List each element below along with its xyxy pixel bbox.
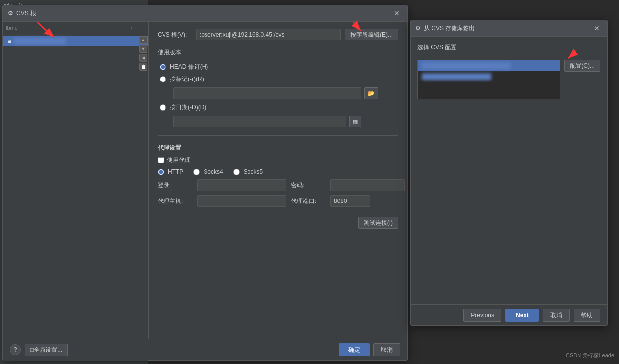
cancel-btn-main[interactable]: 取消 bbox=[373, 343, 400, 356]
version-section-title: 使用版本 bbox=[158, 48, 398, 57]
main-dialog-title-text: CVS 根 bbox=[16, 9, 36, 18]
http-row: HTTP bbox=[158, 168, 183, 175]
configure-btn[interactable]: 配置(C)... bbox=[564, 60, 600, 72]
next-btn[interactable]: Next bbox=[505, 309, 539, 322]
cancel-btn-checkout[interactable]: 取消 bbox=[543, 309, 570, 322]
checkout-footer: Previous Next 取消 帮助 bbox=[411, 304, 607, 325]
checkout-dialog-title-text: 从 CVS 存储库签出 bbox=[424, 24, 475, 33]
tree-item-blurred-label: :pserver:xu.........me bbox=[14, 38, 66, 44]
list-configure-row: ████████████████ me ████████████ 配置(C)..… bbox=[417, 60, 600, 99]
proxy-credentials-form: 登录: 密码: bbox=[158, 179, 398, 191]
help-btn-main[interactable]: ? bbox=[10, 344, 21, 355]
tree-content: 🖥 :pserver:xu.........me ▲ ▼ ◀ 📋 bbox=[3, 34, 148, 361]
use-proxy-label[interactable]: 使用代理 bbox=[167, 156, 191, 164]
proxy-host-input[interactable] bbox=[197, 195, 286, 207]
radio-head-label[interactable]: HEAD 修订(H) bbox=[170, 63, 208, 71]
proxy-section: 代理设置 使用代理 HTTP Socks4 bbox=[158, 144, 398, 207]
radio-group-version: HEAD 修订(H) 按标记(-r)(R) 📂 按日期(-D)(D) bbox=[158, 63, 398, 127]
checkout-icon: ⚙ bbox=[415, 25, 421, 32]
tree-header-icons: + − bbox=[127, 24, 145, 32]
content-panel: CVS 根(V): 按字段编辑(E)... 使用版本 HEAD 修订(H) 按标… bbox=[149, 22, 407, 361]
scroll-down-btn[interactable]: ▼ bbox=[139, 45, 147, 53]
cvs-root-row: CVS 根(V): 按字段编辑(E)... bbox=[158, 29, 398, 40]
main-dialog-body: lbme + − 🖥 :pserver:xu.........me ▲ ▼ ◀ … bbox=[3, 22, 407, 361]
socks4-row: Socks4 bbox=[193, 168, 223, 175]
tree-panel: lbme + − 🖥 :pserver:xu.........me ▲ ▼ ◀ … bbox=[3, 22, 149, 361]
test-conn-row: 测试连接(I) bbox=[158, 217, 398, 229]
select-cvs-label: 选择 CVS 配置 bbox=[417, 43, 600, 52]
password-label: 密码: bbox=[291, 181, 326, 190]
help-btn-checkout[interactable]: 帮助 bbox=[574, 309, 600, 322]
password-input[interactable] bbox=[330, 179, 405, 191]
cvs-checkout-dialog: ⚙ 从 CVS 存储库签出 ✕ 选择 CVS 配置 ██████████████… bbox=[410, 20, 608, 326]
radio-tag[interactable] bbox=[160, 76, 166, 82]
scroll-expand-btn[interactable]: ◀ bbox=[139, 54, 147, 62]
proxy-host-form: 代理主机: 代理端口: bbox=[158, 195, 398, 207]
section-divider bbox=[158, 135, 398, 136]
checkout-content-area bbox=[417, 104, 600, 295]
list-item-1-label: ████████████████ me bbox=[422, 62, 511, 69]
tree-remove-btn[interactable]: − bbox=[137, 24, 145, 32]
tree-scroll-buttons: ▲ ▼ ◀ 📋 bbox=[138, 34, 148, 73]
tag-input[interactable] bbox=[173, 87, 361, 99]
login-input[interactable] bbox=[197, 179, 286, 191]
use-proxy-checkbox[interactable] bbox=[158, 157, 164, 163]
radio-date-row: 按日期(-D)(D) bbox=[160, 103, 398, 112]
cvs-icon: ⚙ bbox=[8, 10, 13, 17]
radio-http-label[interactable]: HTTP bbox=[168, 168, 183, 175]
tag-browse-btn[interactable]: 📂 bbox=[364, 87, 378, 99]
radio-socks5-label[interactable]: Socks5 bbox=[244, 168, 263, 175]
proxy-section-title: 代理设置 bbox=[158, 144, 398, 152]
list-item-2[interactable]: ████████████ bbox=[418, 71, 560, 82]
checkout-body: 选择 CVS 配置 ████████████████ me ██████████… bbox=[411, 37, 607, 302]
proxy-type-group: HTTP Socks4 Socks5 bbox=[158, 168, 398, 175]
radio-socks5[interactable] bbox=[233, 169, 240, 175]
checkout-dialog-close[interactable]: ✕ bbox=[591, 23, 602, 33]
confirm-btn[interactable]: 确定 bbox=[339, 343, 370, 356]
calendar-btn[interactable]: ▦ bbox=[349, 116, 361, 127]
global-settings-btn[interactable]: □全局设置... bbox=[25, 344, 68, 356]
radio-tag-label[interactable]: 按标记(-r)(R) bbox=[170, 75, 204, 83]
radio-head-row: HEAD 修订(H) bbox=[160, 63, 398, 71]
footer-right: 确定 取消 bbox=[339, 343, 400, 356]
scroll-doc-btn[interactable]: 📋 bbox=[139, 63, 147, 71]
proxy-port-label: 代理端口: bbox=[291, 197, 326, 205]
socks5-row: Socks5 bbox=[233, 168, 263, 175]
cvs-list-box: ████████████████ me ████████████ bbox=[417, 60, 560, 99]
proxy-port-input[interactable] bbox=[330, 195, 370, 207]
tree-add-btn[interactable]: + bbox=[127, 24, 135, 32]
radio-date-label[interactable]: 按日期(-D)(D) bbox=[170, 103, 206, 112]
tree-header-label: lbme bbox=[6, 25, 18, 31]
list-item-1[interactable]: ████████████████ me bbox=[418, 60, 560, 71]
date-input-row: ▦ bbox=[160, 116, 398, 127]
radio-date[interactable] bbox=[160, 104, 166, 111]
checkout-dialog-title: ⚙ 从 CVS 存储库签出 bbox=[415, 24, 475, 33]
scroll-up-btn[interactable]: ▲ bbox=[139, 36, 147, 44]
proxy-host-label: 代理主机: bbox=[158, 197, 192, 205]
radio-socks4-label[interactable]: Socks4 bbox=[204, 168, 223, 175]
previous-btn[interactable]: Previous bbox=[463, 309, 501, 322]
date-input[interactable] bbox=[173, 116, 346, 127]
edit-by-field-btn[interactable]: 按字段编辑(E)... bbox=[345, 29, 398, 40]
main-dialog-close[interactable]: ✕ bbox=[391, 8, 402, 18]
main-dialog-footer: ? □全局设置... 确定 取消 bbox=[3, 339, 407, 360]
test-connection-btn[interactable]: 测试连接(I) bbox=[358, 217, 398, 229]
checkout-dialog-titlebar: ⚙ 从 CVS 存储库签出 ✕ bbox=[411, 20, 607, 37]
cvs-root-input[interactable] bbox=[196, 29, 341, 40]
radio-socks4[interactable] bbox=[193, 169, 200, 175]
main-dialog-titlebar: ⚙ CVS 根 ✕ bbox=[3, 5, 407, 22]
radio-tag-row: 按标记(-r)(R) bbox=[160, 75, 398, 83]
radio-head[interactable] bbox=[160, 64, 166, 70]
tree-item-pserver[interactable]: 🖥 :pserver:xu.........me bbox=[3, 36, 148, 46]
main-dialog-title: ⚙ CVS 根 bbox=[8, 9, 36, 18]
login-label: 登录: bbox=[158, 181, 192, 190]
radio-http[interactable] bbox=[158, 169, 164, 175]
use-proxy-row: 使用代理 bbox=[158, 156, 398, 164]
cvs-root-label: CVS 根(V): bbox=[158, 31, 192, 39]
list-item-2-label: ████████████ bbox=[422, 73, 491, 80]
server-icon: 🖥 bbox=[7, 39, 12, 44]
cvs-root-dialog: ⚙ CVS 根 ✕ lbme + − 🖥 :pserver:xu........… bbox=[2, 5, 408, 361]
tag-input-row: 📂 bbox=[160, 87, 398, 99]
footer-left: ? □全局设置... bbox=[10, 344, 68, 356]
tree-header: lbme + − bbox=[3, 22, 148, 34]
